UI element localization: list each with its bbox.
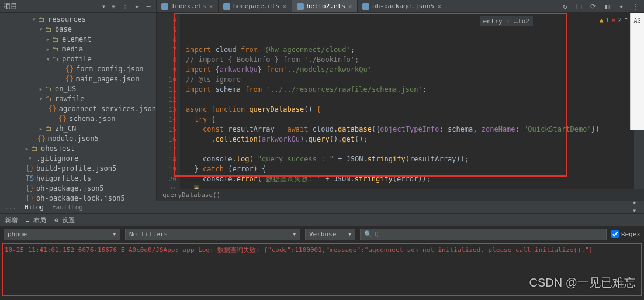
error-icon[interactable]: ✖ xyxy=(612,15,616,25)
warning-icon[interactable]: ▲ xyxy=(600,15,604,25)
regex-checkbox[interactable]: Regex xyxy=(611,230,640,238)
code-editor[interactable]: ▲1 ✖2 ^ v import cloud from '@hw-agconne… xyxy=(180,13,644,189)
tree-item[interactable]: {}oh-package.json5 xyxy=(0,183,156,193)
editor-area: Index.ets×homepage.ets×hello2.ets×oh-pac… xyxy=(157,0,644,201)
tree-item[interactable]: ▾🗀profile xyxy=(0,54,156,64)
collapse-icon[interactable]: — xyxy=(144,2,153,11)
log-toolbar: 新增≡ 布局⚙ 设置 xyxy=(0,214,644,227)
editor-tab[interactable]: oh-package.json5× xyxy=(358,0,446,12)
tree-item[interactable]: ▸🗀en_US xyxy=(0,84,156,94)
settings-icon[interactable]: ✦ xyxy=(617,2,625,11)
refresh-icon[interactable]: ↻ xyxy=(561,2,569,11)
tree-item[interactable]: {}module.json5 xyxy=(0,133,156,143)
log-search-input[interactable]: 🔍 Q- xyxy=(360,229,607,240)
log-panel: ...HiLogFaultLog 新增≡ 布局⚙ 设置 phone▾ No fi… xyxy=(0,201,644,300)
tree-item[interactable]: TShvigorfile.ts xyxy=(0,173,156,183)
tree-item[interactable]: {}oh-package-lock.json5 xyxy=(0,193,156,201)
tree-item[interactable]: ▾🗀base xyxy=(0,24,156,34)
file-icon xyxy=(362,3,369,10)
log-toolbar-item[interactable]: 新增 xyxy=(5,216,18,225)
file-icon xyxy=(223,3,230,10)
editor-tab[interactable]: Index.ets× xyxy=(157,0,219,12)
editor-tab[interactable]: homepage.ets× xyxy=(219,0,292,12)
tree-item[interactable]: ▸🗀media xyxy=(0,44,156,54)
project-sidebar: 项目 ▾ ⊕ ÷ ✦ — ▾🗀resources▾🗀base▸🗀element▸… xyxy=(0,0,157,201)
log-filters: phone▾ No filters▾ Verbose▾ 🔍 Q- Regex xyxy=(0,227,644,242)
tree-item[interactable]: ▾🗀rawfile xyxy=(0,94,156,104)
gear-icon[interactable]: ✦ xyxy=(133,2,141,11)
tree-item[interactable]: ▸🗀element xyxy=(0,34,156,44)
editor-body: 456789101112131415161718192021 ▲1 ✖2 ^ v… xyxy=(157,13,644,189)
file-icon xyxy=(297,3,304,10)
chevron-down-icon: ▾ xyxy=(112,230,116,238)
close-icon[interactable]: × xyxy=(282,2,286,11)
context-crumb[interactable]: entry : …lo2 xyxy=(480,16,533,26)
sidebar-toolbar: 项目 ▾ ⊕ ÷ ✦ — xyxy=(0,0,156,13)
breadcrumb-item[interactable]: queryDatabase() xyxy=(162,191,220,199)
breadcrumb-bar[interactable]: queryDatabase() xyxy=(157,189,644,201)
search-icon: 🔍 xyxy=(364,230,372,238)
close-icon[interactable]: × xyxy=(437,2,441,11)
device-select[interactable]: phone▾ xyxy=(4,229,120,240)
bookmark-icon[interactable]: ◧ xyxy=(603,2,611,11)
regex-checkbox-input[interactable] xyxy=(611,230,619,238)
tree-item[interactable]: {}form_config.json xyxy=(0,64,156,74)
sort-icon[interactable]: ÷ xyxy=(121,2,129,11)
log-toolbar-item[interactable]: ≡ 布局 xyxy=(26,216,46,225)
sync-icon[interactable]: ⟳ xyxy=(589,2,597,11)
chevron-down-icon: ▾ xyxy=(348,230,352,238)
tree-item[interactable]: ▸🗀zh_CN xyxy=(0,123,156,133)
tree-item[interactable]: {}agconnect-services.json xyxy=(0,104,156,113)
level-select[interactable]: Verbose▾ xyxy=(305,229,355,240)
line-number-gutter: 456789101112131415161718192021 xyxy=(157,13,180,189)
close-icon[interactable]: × xyxy=(348,2,352,11)
target-icon[interactable]: ⊕ xyxy=(109,2,117,11)
more-icon[interactable]: ⋮ xyxy=(631,2,639,11)
tree-item[interactable]: ▾🗀resources xyxy=(0,14,156,24)
sidebar-title: 项目 xyxy=(4,1,98,11)
filter-select[interactable]: No filters▾ xyxy=(125,229,300,240)
log-panel-tabs: ...HiLogFaultLog xyxy=(0,201,644,214)
tree-item[interactable]: {}main_pages.json xyxy=(0,74,156,84)
tree-item[interactable]: {}schema.json xyxy=(0,113,156,123)
tab-bar: Index.ets×homepage.ets×hello2.ets×oh-pac… xyxy=(157,0,644,13)
project-tree[interactable]: ▾🗀resources▾🗀base▸🗀element▸🗀media▾🗀profi… xyxy=(0,13,156,201)
log-output[interactable]: 10-25 11:41:01.152 6076-16676 E A0c0d0/J… xyxy=(0,242,644,300)
chevron-down-icon[interactable]: ▾ xyxy=(102,2,106,11)
chevron-down-icon: ▾ xyxy=(292,230,296,238)
typography-icon[interactable]: Tт xyxy=(575,2,583,11)
log-tab[interactable]: ... xyxy=(5,204,16,211)
log-line: 10-25 11:41:01.152 6076-16676 E A0c0d0/J… xyxy=(5,246,593,254)
tree-item[interactable]: ◦.gitignore xyxy=(0,153,156,163)
close-icon[interactable]: × xyxy=(209,2,213,11)
tree-item[interactable]: {}build-profile.json5 xyxy=(0,163,156,173)
right-panel-stub: AG xyxy=(630,13,644,130)
log-tab[interactable]: HiLog xyxy=(25,204,44,211)
log-toolbar-item[interactable]: ⚙ 设置 xyxy=(54,216,75,225)
log-tab[interactable]: FaultLog xyxy=(52,204,83,211)
tree-item[interactable]: ▸🗀ohosTest xyxy=(0,143,156,153)
editor-tab[interactable]: hello2.ets× xyxy=(292,0,358,12)
file-icon xyxy=(161,3,168,10)
gear-icon[interactable]: ✦ ▾ xyxy=(632,202,640,211)
